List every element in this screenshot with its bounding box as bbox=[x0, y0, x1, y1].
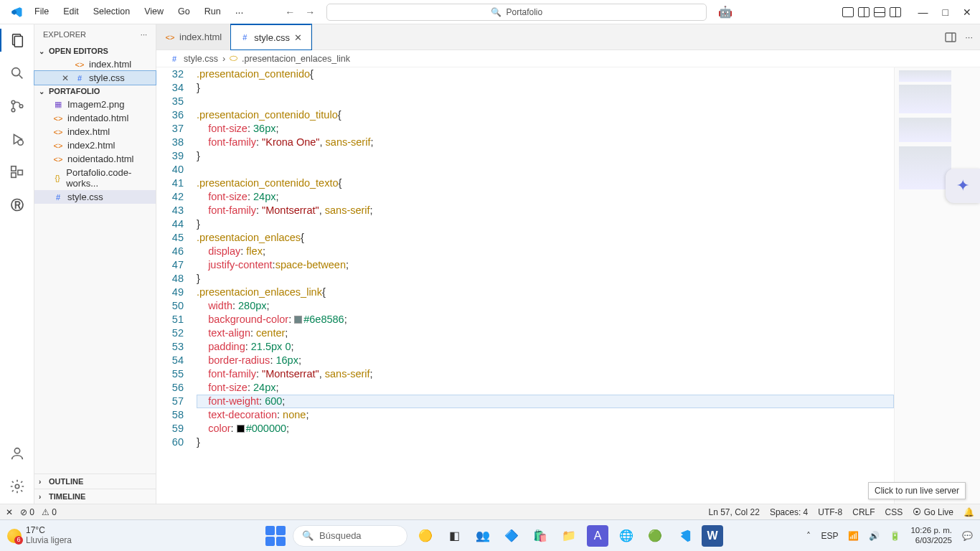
taskbar-search[interactable]: 🔍 Búsqueda bbox=[293, 525, 407, 547]
copilot-icon[interactable]: 🤖 bbox=[718, 5, 732, 19]
tray-clock[interactable]: 10:26 p. m. 6/03/2025 bbox=[910, 526, 952, 545]
code-line[interactable]: font-size: 36px; bbox=[197, 122, 894, 136]
code-line[interactable]: padding: 21.5px 0; bbox=[197, 340, 894, 354]
code-line[interactable] bbox=[197, 95, 894, 108]
tray-overflow-icon[interactable]: ˄ bbox=[806, 531, 811, 541]
taskbar-edge-icon[interactable]: 🌐 bbox=[616, 525, 637, 547]
menu-more[interactable]: ··· bbox=[230, 4, 250, 21]
status-eol[interactable]: CRLF bbox=[852, 507, 875, 517]
menu-go[interactable]: Go bbox=[172, 4, 196, 21]
status-spaces[interactable]: Spaces: 4 bbox=[770, 507, 808, 517]
code-line[interactable]: text-decoration: none; bbox=[197, 408, 894, 422]
code-line[interactable]: .presentacion_contenido_titulo{ bbox=[197, 108, 894, 122]
code-line[interactable]: background-color: #6e8586; bbox=[197, 313, 894, 326]
taskbar-vscode-icon[interactable] bbox=[673, 525, 694, 547]
activity-extensions-icon[interactable] bbox=[9, 164, 26, 181]
code-line[interactable]: .presentacion_enlaces_link{ bbox=[197, 286, 894, 299]
file-tree-item[interactable]: ▦ Imagem2.png bbox=[34, 98, 156, 111]
close-editor-icon[interactable]: ✕ bbox=[60, 73, 70, 83]
activity-explorer-icon[interactable] bbox=[9, 32, 26, 49]
tray-wifi-icon[interactable]: 📶 bbox=[848, 531, 859, 541]
code-line[interactable]: } bbox=[197, 81, 894, 95]
file-tree-item[interactable]: {} Portafolio.code-works... bbox=[34, 166, 156, 190]
code-line[interactable]: } bbox=[197, 272, 894, 286]
code-editor[interactable]: 3234353637383940414243444546474849505152… bbox=[156, 67, 980, 504]
taskbar-store-icon[interactable]: 🛍️ bbox=[529, 525, 551, 547]
status-remote[interactable]: ✕ bbox=[6, 507, 13, 517]
code-line[interactable]: font-family: "Montserrat", sans-serif; bbox=[197, 204, 894, 217]
taskbar-copilot-icon[interactable]: 🟡 bbox=[415, 525, 436, 547]
tray-battery-icon[interactable]: 🔋 bbox=[890, 531, 900, 541]
layout-sidebar-right-icon[interactable] bbox=[890, 7, 901, 17]
maximize-icon[interactable]: □ bbox=[943, 6, 948, 18]
taskbar-app1-icon[interactable]: A bbox=[587, 525, 608, 547]
code-line[interactable]: display: flex; bbox=[197, 245, 894, 258]
tray-lang[interactable]: ESP bbox=[821, 531, 838, 541]
code-line[interactable]: width: 280px; bbox=[197, 299, 894, 313]
tray-volume-icon[interactable]: 🔊 bbox=[869, 531, 880, 541]
status-warnings[interactable]: ⚠ 0 bbox=[42, 507, 57, 517]
code-line[interactable]: text-align: center; bbox=[197, 326, 894, 340]
taskbar-weather[interactable]: 6 17°C Lluvia ligera bbox=[7, 526, 72, 545]
status-cursor[interactable]: Ln 57, Col 22 bbox=[709, 507, 760, 517]
code-line[interactable]: font-size: 24px; bbox=[197, 190, 894, 204]
menu-selection[interactable]: Selection bbox=[88, 4, 136, 21]
nav-back-icon[interactable]: ← bbox=[285, 6, 295, 18]
code-line[interactable]: } bbox=[197, 435, 894, 449]
tab-close-icon[interactable]: ✕ bbox=[294, 32, 302, 43]
minimize-icon[interactable]: — bbox=[918, 6, 928, 18]
file-tree-item[interactable]: <> index.html bbox=[34, 125, 156, 138]
taskbar-explorer-icon[interactable]: 📁 bbox=[558, 525, 580, 547]
activity-r-icon[interactable]: Ⓡ bbox=[9, 197, 26, 214]
status-golive[interactable]: ⦿ Go Live bbox=[913, 507, 953, 517]
taskbar-word-icon[interactable]: W bbox=[702, 525, 723, 547]
outline-section[interactable]: ›OUTLINE bbox=[34, 474, 156, 489]
file-tree-item[interactable]: <> indentado.html bbox=[34, 111, 156, 125]
file-tree-item[interactable]: # style.css bbox=[34, 190, 156, 204]
layout-panel-icon[interactable] bbox=[874, 7, 885, 17]
copilot-floating-icon[interactable]: ✦ bbox=[946, 169, 980, 203]
activity-settings-icon[interactable] bbox=[9, 478, 26, 495]
split-editor-icon[interactable] bbox=[945, 32, 956, 42]
tray-notifications-icon[interactable]: 💬 bbox=[962, 531, 973, 541]
code-line[interactable]: font-family: "Montserrat", sans-serif; bbox=[197, 367, 894, 381]
activity-scm-icon[interactable] bbox=[9, 98, 26, 115]
layout-customize-icon[interactable] bbox=[842, 7, 854, 17]
code-line[interactable]: font-weight: 600; bbox=[197, 395, 894, 408]
code-line[interactable]: color: #000000; bbox=[197, 422, 894, 435]
activity-account-icon[interactable] bbox=[9, 445, 26, 462]
menu-edit[interactable]: Edit bbox=[57, 4, 85, 21]
start-button-icon[interactable] bbox=[265, 526, 286, 546]
code-line[interactable]: .presentacion_contenido_texto{ bbox=[197, 176, 894, 190]
open-editor-item[interactable]: <> index.html bbox=[34, 57, 156, 71]
code-line[interactable]: } bbox=[197, 217, 894, 231]
open-editor-item-active[interactable]: ✕ # style.css bbox=[34, 71, 156, 85]
status-bell-icon[interactable]: 🔔 bbox=[963, 507, 974, 517]
menu-view[interactable]: View bbox=[138, 4, 169, 21]
taskbar-m365-icon[interactable]: 🔷 bbox=[501, 525, 522, 547]
nav-forward-icon[interactable]: → bbox=[305, 6, 315, 18]
tab-index-html[interactable]: <> index.html bbox=[156, 24, 231, 50]
minimap[interactable] bbox=[894, 67, 980, 504]
menu-file[interactable]: File bbox=[29, 4, 55, 21]
explorer-more-icon[interactable]: ··· bbox=[141, 30, 147, 39]
status-encoding[interactable]: UTF-8 bbox=[818, 507, 842, 517]
code-line[interactable]: } bbox=[197, 149, 894, 163]
tab-more-icon[interactable]: ··· bbox=[965, 32, 973, 42]
activity-debug-icon[interactable] bbox=[9, 131, 26, 148]
status-errors[interactable]: ⊘ 0 bbox=[20, 507, 34, 517]
activity-search-icon[interactable] bbox=[9, 65, 26, 82]
code-line[interactable]: .presentacion_enlaces{ bbox=[197, 231, 894, 245]
code-line[interactable]: .presentacion_contenido{ bbox=[197, 67, 894, 81]
tab-style-css[interactable]: # style.css ✕ bbox=[231, 24, 311, 50]
code-line[interactable]: font-size: 24px; bbox=[197, 381, 894, 395]
command-center[interactable]: 🔍 Portafolio bbox=[326, 4, 707, 21]
code-line[interactable]: font-family: "Krona One", sans-serif; bbox=[197, 136, 894, 149]
taskbar-taskview-icon[interactable]: ◧ bbox=[443, 525, 465, 547]
taskbar-teams-icon[interactable]: 👥 bbox=[472, 525, 494, 547]
breadcrumb[interactable]: # style.css › ⬭ .presentacion_enlaces_li… bbox=[156, 50, 980, 67]
taskbar-chrome-icon[interactable]: 🟢 bbox=[644, 525, 666, 547]
file-tree-item[interactable]: <> noidentado.html bbox=[34, 152, 156, 166]
menu-run[interactable]: Run bbox=[199, 4, 227, 21]
file-tree-item[interactable]: <> index2.html bbox=[34, 138, 156, 152]
